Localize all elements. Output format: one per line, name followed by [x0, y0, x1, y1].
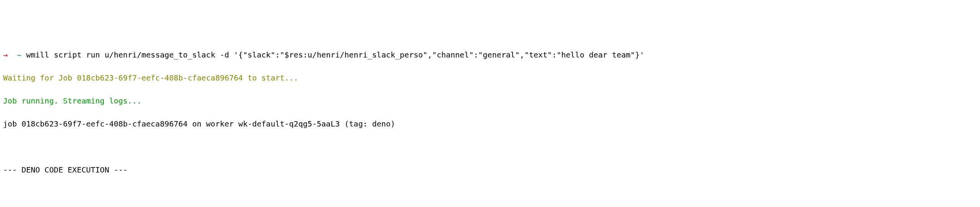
prompt-line-1: → ~ wmill script run u/henri/message_to_…: [3, 49, 977, 61]
prompt-arrow: →: [3, 50, 8, 59]
output-job-info: job 018cb623-69f7-eefc-408b-cfaeca896764…: [3, 118, 977, 130]
output-running: Job running. Streaming logs...: [3, 95, 977, 107]
output-waiting: Waiting for Job 018cb623-69f7-eefc-408b-…: [3, 72, 977, 84]
command-text: wmill script run u/henri/message_to_slac…: [26, 50, 644, 59]
output-deno-header: --- DENO CODE EXECUTION ---: [3, 164, 977, 176]
prompt-tilde: ~: [17, 50, 21, 59]
